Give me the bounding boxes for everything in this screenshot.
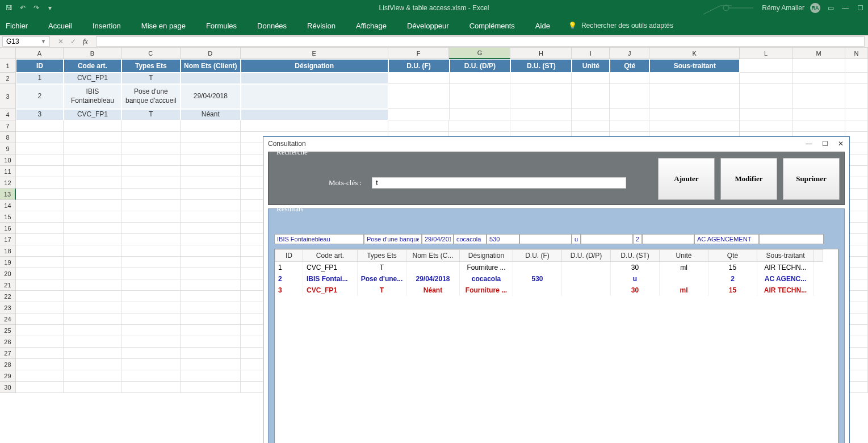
table-header-cell[interactable]: ID — [16, 59, 64, 73]
cell[interactable] — [740, 109, 792, 120]
listview-header-cell[interactable]: D.U. (F) — [513, 249, 562, 262]
cell[interactable] — [64, 189, 121, 200]
cell[interactable] — [792, 120, 845, 132]
cell[interactable] — [610, 84, 649, 109]
cell[interactable] — [16, 336, 64, 348]
table-header-cell[interactable]: Unité — [572, 59, 610, 73]
cell[interactable] — [181, 348, 241, 359]
cell[interactable] — [64, 314, 121, 325]
cell[interactable] — [121, 336, 181, 348]
cell[interactable] — [510, 84, 572, 109]
detail-field-3[interactable] — [454, 234, 487, 244]
ribbon-display-icon[interactable]: ▭ — [826, 3, 835, 12]
cell[interactable] — [649, 109, 740, 120]
cell[interactable] — [16, 257, 64, 268]
cell[interactable] — [450, 84, 511, 109]
search-input[interactable] — [372, 177, 626, 189]
cell[interactable] — [16, 325, 64, 336]
table-header-cell[interactable]: Code art. — [64, 59, 121, 73]
cell[interactable] — [572, 73, 610, 84]
row-header[interactable]: 17 — [0, 234, 16, 245]
cell[interactable] — [16, 268, 64, 279]
cell[interactable] — [64, 211, 121, 223]
detail-field-9[interactable] — [642, 234, 694, 244]
cell[interactable] — [181, 189, 241, 200]
cell[interactable] — [181, 211, 241, 223]
cell[interactable] — [181, 166, 241, 177]
results-listview[interactable]: IDCode art.Types EtsNom Ets (C...Désigna… — [274, 249, 838, 443]
cell[interactable] — [16, 370, 64, 382]
minimize-icon[interactable]: — — [841, 3, 850, 12]
cell[interactable]: CVC_FP1 — [64, 73, 121, 84]
table-header-cell[interactable]: Nom Ets (Client) — [181, 59, 241, 73]
cell[interactable] — [241, 109, 388, 120]
cell[interactable]: Néant — [181, 109, 241, 120]
tab-données[interactable]: Données — [255, 18, 289, 34]
listview-header-cell[interactable]: Désignation — [460, 249, 513, 262]
cell[interactable] — [121, 154, 181, 166]
cancel-formula-icon[interactable]: ✕ — [58, 37, 64, 46]
cell[interactable] — [610, 73, 649, 84]
row-header[interactable]: 20 — [0, 268, 16, 279]
user-name[interactable]: Rémy Amaller — [762, 4, 804, 12]
detail-field-2[interactable] — [422, 234, 454, 244]
tell-me-search[interactable]: 💡Rechercher des outils adaptés — [568, 22, 673, 30]
save-icon[interactable]: 🖫 — [5, 3, 14, 12]
cell[interactable] — [510, 120, 572, 132]
cell[interactable] — [241, 73, 388, 84]
cell[interactable] — [181, 370, 241, 382]
listview-header-cell[interactable]: D.U. (ST) — [611, 249, 660, 262]
cell[interactable] — [572, 84, 610, 109]
row-header[interactable]: 22 — [0, 291, 16, 302]
tab-affichage[interactable]: Affichage — [354, 18, 389, 34]
cell[interactable] — [181, 177, 241, 189]
cell[interactable] — [610, 120, 649, 132]
cell[interactable]: CVC_FP1 — [64, 109, 121, 120]
detail-field-1[interactable] — [364, 234, 422, 244]
detail-field-7[interactable] — [581, 234, 633, 244]
col-header-N[interactable]: N — [845, 48, 868, 59]
row-header[interactable]: 30 — [0, 382, 16, 393]
cell[interactable] — [121, 279, 181, 291]
tab-fichier[interactable]: Fichier — [3, 18, 30, 34]
cell[interactable] — [181, 154, 241, 166]
cell[interactable] — [740, 73, 792, 84]
row-header[interactable]: 9 — [0, 143, 16, 154]
cell[interactable]: 2 — [16, 84, 64, 109]
detail-field-6[interactable] — [572, 234, 581, 244]
select-all-cell[interactable] — [0, 48, 16, 59]
cell[interactable] — [16, 120, 64, 132]
cell[interactable] — [64, 245, 121, 257]
listview-row[interactable]: 1CVC_FP1TFourniture ...30ml15AIR TECHN..… — [275, 262, 838, 273]
cell[interactable] — [64, 132, 121, 143]
cell[interactable] — [181, 382, 241, 393]
cell[interactable] — [740, 120, 792, 132]
cell[interactable] — [121, 120, 181, 132]
col-header-H[interactable]: H — [510, 48, 572, 59]
cell[interactable]: 29/04/2018 — [181, 84, 241, 109]
cell[interactable] — [388, 84, 450, 109]
listview-header-cell[interactable]: Nom Ets (C... — [406, 249, 460, 262]
row-header[interactable]: 19 — [0, 257, 16, 268]
cell[interactable] — [388, 120, 450, 132]
cell[interactable] — [121, 177, 181, 189]
table-header-cell[interactable]: Désignation — [241, 59, 388, 73]
table-header-cell[interactable]: D.U. (F) — [388, 59, 450, 73]
modifier-button[interactable]: Modifier — [720, 158, 777, 200]
listview-header-cell[interactable]: Qté — [708, 249, 757, 262]
cell[interactable] — [792, 84, 845, 109]
row-header[interactable]: 10 — [0, 154, 16, 166]
row-header[interactable]: 4 — [0, 109, 16, 120]
cell[interactable] — [121, 166, 181, 177]
cell[interactable] — [792, 59, 845, 73]
cell[interactable] — [388, 73, 450, 84]
cell[interactable] — [181, 234, 241, 245]
cell[interactable] — [64, 154, 121, 166]
cell[interactable] — [121, 223, 181, 234]
cell[interactable] — [121, 370, 181, 382]
cell[interactable] — [64, 359, 121, 370]
row-header[interactable]: 12 — [0, 177, 16, 189]
cell[interactable] — [449, 120, 510, 132]
cell[interactable] — [64, 325, 121, 336]
cell[interactable] — [121, 382, 181, 393]
